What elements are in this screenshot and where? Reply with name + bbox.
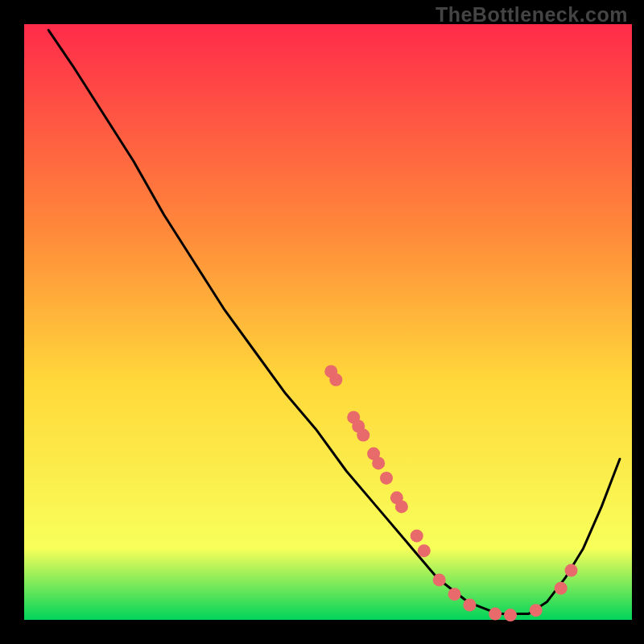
chart-container: TheBottleneck.com: [0, 0, 644, 644]
data-point: [555, 582, 568, 595]
data-point: [357, 429, 369, 442]
data-point: [504, 609, 517, 621]
data-point: [380, 472, 393, 485]
data-point: [329, 374, 342, 386]
data-point: [489, 608, 502, 621]
data-point: [372, 456, 385, 469]
bottleneck-chart: [0, 0, 644, 644]
data-point: [448, 588, 461, 601]
data-point: [463, 599, 476, 612]
data-point: [411, 530, 423, 543]
data-point: [418, 544, 431, 557]
data-point: [433, 573, 446, 586]
data-point: [395, 500, 408, 513]
data-point: [565, 564, 578, 577]
watermark-label: TheBottleneck.com: [436, 3, 628, 27]
svg-rect-1: [24, 24, 632, 620]
data-point: [530, 604, 543, 617]
